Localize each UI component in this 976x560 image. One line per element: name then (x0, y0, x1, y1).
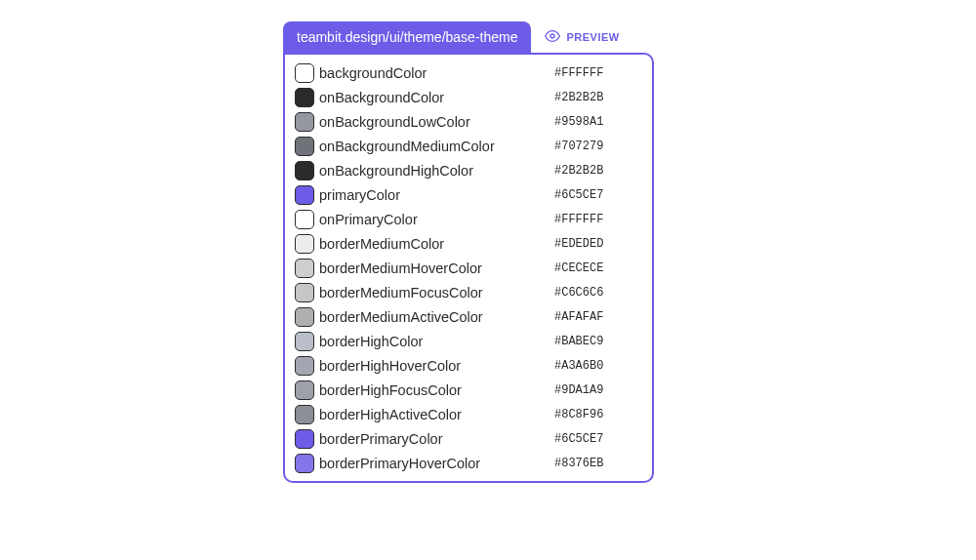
color-swatch (295, 185, 314, 205)
token-row: borderHighFocusColor#9DA1A9 (295, 378, 642, 402)
color-swatch (295, 161, 314, 180)
token-value: #CECECE (554, 261, 642, 275)
token-value: #6C5CE7 (554, 432, 642, 446)
token-value: #C6C6C6 (554, 286, 642, 300)
token-value: #9598A1 (554, 115, 642, 129)
token-row: onBackgroundMediumColor#707279 (295, 134, 642, 158)
token-value: #FFFFFF (554, 213, 642, 226)
token-row: borderHighColor#BABEC9 (295, 329, 642, 353)
token-name: borderHighColor (319, 334, 554, 349)
token-name: borderMediumHoverColor (319, 260, 554, 276)
token-name: borderMediumColor (319, 236, 554, 252)
preview-link[interactable]: PREVIEW (545, 28, 619, 46)
token-row: borderMediumColor#EDEDED (295, 231, 642, 256)
token-name: borderPrimaryHoverColor (319, 456, 554, 471)
token-value: #A3A6B0 (554, 359, 642, 373)
color-swatch (295, 234, 314, 254)
token-list-panel: backgroundColor#FFFFFFonBackgroundColor#… (283, 53, 654, 483)
token-name: borderHighHoverColor (319, 358, 554, 374)
token-row: borderPrimaryHoverColor#8376EB (295, 451, 642, 475)
color-swatch (295, 307, 314, 327)
token-name: onPrimaryColor (319, 212, 554, 227)
component-path-label: teambit.design/ui/theme/base-theme (297, 29, 517, 45)
token-name: borderPrimaryColor (319, 431, 554, 447)
color-swatch (295, 210, 314, 229)
color-swatch (295, 283, 314, 302)
eye-icon (545, 28, 560, 46)
token-row: onBackgroundHighColor#2B2B2B (295, 158, 642, 182)
token-value: #EDEDED (554, 237, 642, 251)
token-row: backgroundColor#FFFFFF (295, 60, 642, 85)
token-row: onBackgroundColor#2B2B2B (295, 85, 642, 109)
token-name: primaryColor (319, 187, 554, 203)
color-swatch (295, 259, 314, 278)
token-row: borderHighActiveColor#8C8F96 (295, 402, 642, 426)
color-swatch (295, 405, 314, 424)
color-swatch (295, 356, 314, 376)
token-row: onPrimaryColor#FFFFFF (295, 207, 642, 231)
svg-point-0 (550, 34, 554, 38)
preview-label: PREVIEW (566, 31, 619, 43)
token-name: onBackgroundLowColor (319, 114, 554, 130)
color-swatch (295, 380, 314, 400)
token-row: borderHighHoverColor#A3A6B0 (295, 353, 642, 378)
token-name: borderMediumActiveColor (319, 309, 554, 325)
token-value: #707279 (554, 140, 642, 153)
token-row: primaryColor#6C5CE7 (295, 182, 642, 207)
color-swatch (295, 429, 314, 449)
token-value: #BABEC9 (554, 335, 642, 348)
token-name: borderHighActiveColor (319, 407, 554, 422)
token-value: #6C5CE7 (554, 188, 642, 202)
token-row: borderMediumActiveColor#AFAFAF (295, 304, 642, 329)
color-swatch (295, 88, 314, 107)
token-value: #9DA1A9 (554, 383, 642, 397)
token-value: #2B2B2B (554, 91, 642, 104)
token-value: #8C8F96 (554, 408, 642, 421)
component-path-tab[interactable]: teambit.design/ui/theme/base-theme (283, 21, 531, 53)
token-value: #8376EB (554, 457, 642, 470)
token-row: onBackgroundLowColor#9598A1 (295, 109, 642, 134)
token-value: #FFFFFF (554, 66, 642, 80)
color-swatch (295, 137, 314, 156)
color-swatch (295, 454, 314, 473)
color-swatch (295, 63, 314, 83)
color-swatch (295, 112, 314, 132)
color-swatch (295, 332, 314, 351)
token-name: borderMediumFocusColor (319, 285, 554, 300)
token-value: #2B2B2B (554, 164, 642, 178)
token-row: borderPrimaryColor#6C5CE7 (295, 426, 642, 451)
token-row: borderMediumFocusColor#C6C6C6 (295, 280, 642, 304)
theme-token-panel: teambit.design/ui/theme/base-theme PREVI… (283, 21, 654, 483)
token-name: onBackgroundColor (319, 90, 554, 105)
token-name: onBackgroundMediumColor (319, 139, 554, 154)
token-value: #AFAFAF (554, 310, 642, 324)
panel-header: teambit.design/ui/theme/base-theme PREVI… (283, 21, 654, 53)
token-name: borderHighFocusColor (319, 382, 554, 398)
token-name: backgroundColor (319, 65, 554, 81)
token-name: onBackgroundHighColor (319, 163, 554, 179)
token-row: borderMediumHoverColor#CECECE (295, 256, 642, 280)
